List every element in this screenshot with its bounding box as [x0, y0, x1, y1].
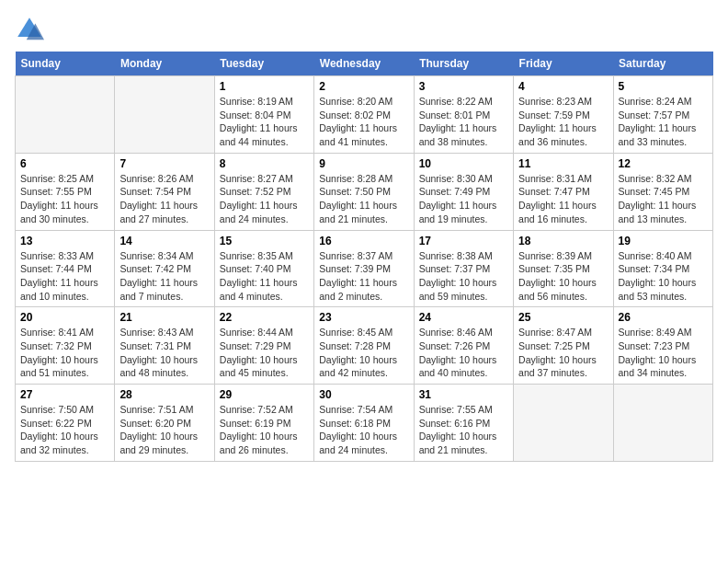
- calendar-week-1: 1Sunrise: 8:19 AMSunset: 8:04 PMDaylight…: [16, 76, 713, 154]
- day-number: 23: [319, 311, 408, 324]
- cell-info: Sunrise: 8:44 AMSunset: 7:29 PMDaylight:…: [220, 326, 309, 380]
- cell-info: Sunrise: 8:25 AMSunset: 7:55 PMDaylight:…: [20, 172, 109, 226]
- cell-info: Sunrise: 8:19 AMSunset: 8:04 PMDaylight:…: [220, 95, 309, 149]
- calendar-cell: 2Sunrise: 8:20 AMSunset: 8:02 PMDaylight…: [314, 76, 414, 154]
- cell-info: Sunrise: 8:33 AMSunset: 7:44 PMDaylight:…: [20, 249, 109, 304]
- day-number: 27: [20, 388, 109, 401]
- cell-info: Sunrise: 8:27 AMSunset: 7:52 PMDaylight:…: [220, 172, 309, 226]
- cell-info: Sunrise: 8:22 AMSunset: 8:01 PMDaylight:…: [419, 95, 508, 149]
- day-number: 13: [20, 235, 109, 247]
- day-number: 11: [518, 157, 608, 170]
- calendar-cell: 25Sunrise: 8:47 AMSunset: 7:25 PMDayligh…: [514, 307, 613, 385]
- day-number: 17: [419, 235, 508, 247]
- calendar-cell: 19Sunrise: 8:40 AMSunset: 7:34 PMDayligh…: [613, 230, 712, 307]
- cell-info: Sunrise: 8:39 AMSunset: 7:35 PMDaylight:…: [518, 249, 608, 304]
- calendar-header-row: SundayMondayTuesdayWednesdayThursdayFrid…: [16, 52, 713, 76]
- calendar-cell: 31Sunrise: 7:55 AMSunset: 6:16 PMDayligh…: [414, 385, 513, 462]
- day-number: 19: [619, 235, 708, 247]
- cell-info: Sunrise: 7:50 AMSunset: 6:22 PMDaylight:…: [20, 403, 109, 457]
- day-header-friday: Friday: [514, 52, 613, 76]
- day-number: 24: [419, 311, 508, 324]
- calendar-cell: 27Sunrise: 7:50 AMSunset: 6:22 PMDayligh…: [16, 385, 115, 462]
- cell-info: Sunrise: 8:43 AMSunset: 7:31 PMDaylight:…: [119, 326, 209, 380]
- cell-info: Sunrise: 8:28 AMSunset: 7:50 PMDaylight:…: [319, 172, 408, 226]
- calendar-cell: [16, 76, 115, 154]
- calendar-cell: 28Sunrise: 7:51 AMSunset: 6:20 PMDayligh…: [115, 385, 214, 462]
- cell-info: Sunrise: 8:23 AMSunset: 7:59 PMDaylight:…: [518, 95, 608, 149]
- day-number: 8: [220, 157, 309, 170]
- cell-info: Sunrise: 8:41 AMSunset: 7:32 PMDaylight:…: [20, 326, 109, 380]
- day-number: 7: [119, 157, 209, 170]
- cell-info: Sunrise: 8:20 AMSunset: 8:02 PMDaylight:…: [319, 95, 408, 149]
- calendar-cell: [514, 385, 613, 462]
- calendar-cell: 21Sunrise: 8:43 AMSunset: 7:31 PMDayligh…: [115, 307, 214, 385]
- page-header: [15, 15, 713, 44]
- calendar-cell: 10Sunrise: 8:30 AMSunset: 7:49 PMDayligh…: [414, 153, 513, 230]
- day-header-thursday: Thursday: [414, 52, 513, 76]
- cell-info: Sunrise: 8:49 AMSunset: 7:23 PMDaylight:…: [619, 326, 708, 380]
- day-number: 14: [119, 235, 209, 247]
- logo: [15, 15, 48, 44]
- day-number: 2: [319, 80, 408, 93]
- calendar-week-4: 20Sunrise: 8:41 AMSunset: 7:32 PMDayligh…: [16, 307, 713, 385]
- calendar-cell: 18Sunrise: 8:39 AMSunset: 7:35 PMDayligh…: [514, 230, 613, 307]
- day-number: 31: [419, 388, 508, 401]
- day-number: 1: [220, 80, 309, 93]
- cell-info: Sunrise: 8:47 AMSunset: 7:25 PMDaylight:…: [518, 326, 608, 380]
- day-number: 22: [220, 311, 309, 324]
- calendar-cell: 13Sunrise: 8:33 AMSunset: 7:44 PMDayligh…: [16, 230, 115, 307]
- calendar-cell: 11Sunrise: 8:31 AMSunset: 7:47 PMDayligh…: [514, 153, 613, 230]
- day-header-saturday: Saturday: [613, 52, 712, 76]
- calendar-cell: 20Sunrise: 8:41 AMSunset: 7:32 PMDayligh…: [16, 307, 115, 385]
- calendar-cell: 3Sunrise: 8:22 AMSunset: 8:01 PMDaylight…: [414, 76, 513, 154]
- calendar-cell: 1Sunrise: 8:19 AMSunset: 8:04 PMDaylight…: [214, 76, 313, 154]
- calendar-cell: 12Sunrise: 8:32 AMSunset: 7:45 PMDayligh…: [613, 153, 712, 230]
- calendar-week-5: 27Sunrise: 7:50 AMSunset: 6:22 PMDayligh…: [16, 385, 713, 462]
- day-header-monday: Monday: [115, 52, 214, 76]
- calendar-cell: 8Sunrise: 8:27 AMSunset: 7:52 PMDaylight…: [214, 153, 313, 230]
- calendar-cell: [115, 76, 214, 154]
- cell-info: Sunrise: 8:31 AMSunset: 7:47 PMDaylight:…: [518, 172, 608, 226]
- day-number: 28: [119, 388, 209, 401]
- day-header-wednesday: Wednesday: [314, 52, 414, 76]
- cell-info: Sunrise: 8:34 AMSunset: 7:42 PMDaylight:…: [119, 249, 209, 304]
- calendar-table: SundayMondayTuesdayWednesdayThursdayFrid…: [15, 52, 713, 462]
- calendar-cell: 9Sunrise: 8:28 AMSunset: 7:50 PMDaylight…: [314, 153, 414, 230]
- day-number: 30: [319, 388, 408, 401]
- calendar-cell: 23Sunrise: 8:45 AMSunset: 7:28 PMDayligh…: [314, 307, 414, 385]
- calendar-cell: 14Sunrise: 8:34 AMSunset: 7:42 PMDayligh…: [115, 230, 214, 307]
- cell-info: Sunrise: 7:52 AMSunset: 6:19 PMDaylight:…: [220, 403, 309, 457]
- calendar-cell: 5Sunrise: 8:24 AMSunset: 7:57 PMDaylight…: [613, 76, 712, 154]
- calendar-cell: 24Sunrise: 8:46 AMSunset: 7:26 PMDayligh…: [414, 307, 513, 385]
- day-number: 12: [619, 157, 708, 170]
- day-number: 4: [518, 80, 608, 93]
- calendar-cell: 7Sunrise: 8:26 AMSunset: 7:54 PMDaylight…: [115, 153, 214, 230]
- calendar-cell: 29Sunrise: 7:52 AMSunset: 6:19 PMDayligh…: [214, 385, 313, 462]
- day-number: 6: [20, 157, 109, 170]
- cell-info: Sunrise: 8:38 AMSunset: 7:37 PMDaylight:…: [419, 249, 508, 304]
- cell-info: Sunrise: 8:40 AMSunset: 7:34 PMDaylight:…: [619, 249, 708, 304]
- day-number: 29: [220, 388, 309, 401]
- day-number: 10: [419, 157, 508, 170]
- cell-info: Sunrise: 8:37 AMSunset: 7:39 PMDaylight:…: [319, 249, 408, 304]
- day-header-tuesday: Tuesday: [214, 52, 313, 76]
- calendar-cell: 16Sunrise: 8:37 AMSunset: 7:39 PMDayligh…: [314, 230, 414, 307]
- calendar-cell: 26Sunrise: 8:49 AMSunset: 7:23 PMDayligh…: [613, 307, 712, 385]
- day-number: 25: [518, 311, 608, 324]
- day-number: 16: [319, 235, 408, 247]
- day-number: 9: [319, 157, 408, 170]
- calendar-cell: 22Sunrise: 8:44 AMSunset: 7:29 PMDayligh…: [214, 307, 313, 385]
- cell-info: Sunrise: 8:30 AMSunset: 7:49 PMDaylight:…: [419, 172, 508, 226]
- logo-icon: [15, 15, 44, 44]
- calendar-week-3: 13Sunrise: 8:33 AMSunset: 7:44 PMDayligh…: [16, 230, 713, 307]
- calendar-cell: 4Sunrise: 8:23 AMSunset: 7:59 PMDaylight…: [514, 76, 613, 154]
- cell-info: Sunrise: 7:55 AMSunset: 6:16 PMDaylight:…: [419, 403, 508, 457]
- calendar-cell: 15Sunrise: 8:35 AMSunset: 7:40 PMDayligh…: [214, 230, 313, 307]
- cell-info: Sunrise: 8:24 AMSunset: 7:57 PMDaylight:…: [619, 95, 708, 149]
- calendar-cell: 6Sunrise: 8:25 AMSunset: 7:55 PMDaylight…: [16, 153, 115, 230]
- calendar-cell: 30Sunrise: 7:54 AMSunset: 6:18 PMDayligh…: [314, 385, 414, 462]
- cell-info: Sunrise: 8:46 AMSunset: 7:26 PMDaylight:…: [419, 326, 508, 380]
- cell-info: Sunrise: 8:35 AMSunset: 7:40 PMDaylight:…: [220, 249, 309, 304]
- day-number: 20: [20, 311, 109, 324]
- day-number: 5: [619, 80, 708, 93]
